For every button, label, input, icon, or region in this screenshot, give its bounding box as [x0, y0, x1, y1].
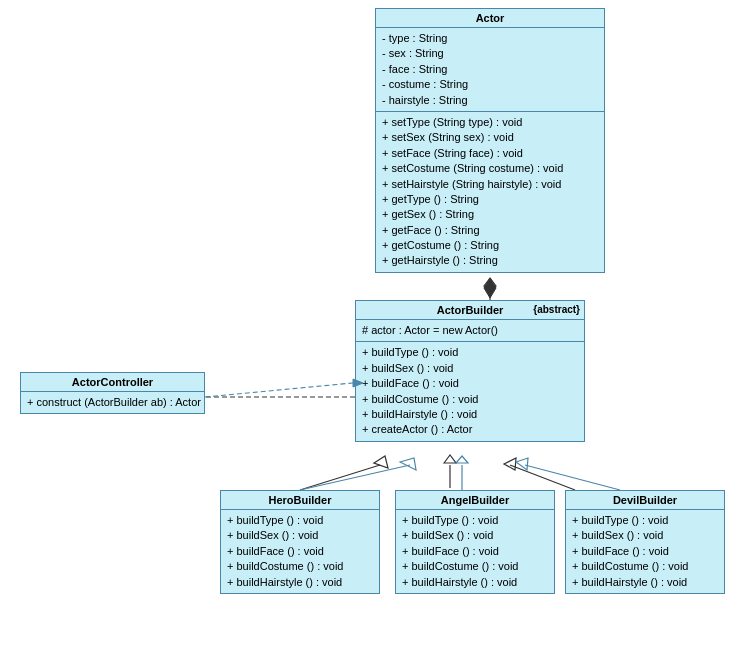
devilbuilder-class: DevilBuilder + buildType () : void + bui…: [565, 490, 725, 594]
actorbuilder-method-6: + createActor () : Actor: [362, 422, 578, 437]
devilbuilder-class-name: DevilBuilder: [613, 494, 677, 506]
actor-attributes: - type : String - sex : String - face : …: [376, 28, 604, 112]
devilbuilder-method-1: + buildType () : void: [572, 513, 718, 528]
angelbuilder-method-3: + buildFace () : void: [402, 544, 548, 559]
actorcontroller-class-header: ActorController: [21, 373, 204, 392]
actorbuilder-class-name: ActorBuilder: [437, 304, 504, 316]
herobuilder-method-3: + buildFace () : void: [227, 544, 373, 559]
actor-class: Actor - type : String - sex : String - f…: [375, 8, 605, 273]
actorcontroller-class: ActorController + construct (ActorBuilde…: [20, 372, 205, 414]
svg-marker-11: [484, 278, 496, 298]
actorbuilder-attr-1: # actor : Actor = new Actor(): [362, 323, 578, 338]
devilbuilder-class-header: DevilBuilder: [566, 491, 724, 510]
herobuilder-method-2: + buildSex () : void: [227, 528, 373, 543]
svg-line-18: [525, 465, 620, 490]
actorbuilder-attributes: # actor : Actor = new Actor(): [356, 320, 584, 342]
herobuilder-class: HeroBuilder + buildType () : void + buil…: [220, 490, 380, 594]
svg-marker-1: [484, 278, 496, 294]
actorbuilder-method-5: + buildHairstyle () : void: [362, 407, 578, 422]
herobuilder-class-name: HeroBuilder: [269, 494, 332, 506]
actor-method-5: + setHairstyle (String hairstyle) : void: [382, 177, 598, 192]
herobuilder-method-1: + buildType () : void: [227, 513, 373, 528]
herobuilder-method-5: + buildHairstyle () : void: [227, 575, 373, 590]
actorbuilder-method-4: + buildCostume () : void: [362, 392, 578, 407]
devilbuilder-method-2: + buildSex () : void: [572, 528, 718, 543]
devilbuilder-method-5: + buildHairstyle () : void: [572, 575, 718, 590]
actor-method-7: + getSex () : String: [382, 207, 598, 222]
actor-class-name: Actor: [476, 12, 505, 24]
actor-attr-5: - hairstyle : String: [382, 93, 598, 108]
svg-line-8: [510, 465, 575, 490]
svg-marker-19: [516, 458, 528, 470]
actorcontroller-methods: + construct (ActorBuilder ab) : Actor: [21, 392, 204, 413]
angelbuilder-class: AngelBuilder + buildType () : void + bui…: [395, 490, 555, 594]
actorbuilder-method-2: + buildSex () : void: [362, 361, 578, 376]
svg-marker-7: [444, 455, 456, 463]
angelbuilder-class-name: AngelBuilder: [441, 494, 509, 506]
devilbuilder-methods: + buildType () : void + buildSex () : vo…: [566, 510, 724, 593]
svg-line-14: [300, 465, 410, 490]
actorbuilder-abstract-label: {abstract}: [533, 304, 580, 315]
angelbuilder-class-header: AngelBuilder: [396, 491, 554, 510]
actor-method-1: + setType (String type) : void: [382, 115, 598, 130]
svg-marker-5: [374, 456, 388, 468]
actorbuilder-method-1: + buildType () : void: [362, 345, 578, 360]
diagram-container: Actor - type : String - sex : String - f…: [0, 0, 731, 646]
actor-method-6: + getType () : String: [382, 192, 598, 207]
herobuilder-method-4: + buildCostume () : void: [227, 559, 373, 574]
actor-method-2: + setSex (String sex) : void: [382, 130, 598, 145]
actor-attr-2: - sex : String: [382, 46, 598, 61]
actorbuilder-method-3: + buildFace () : void: [362, 376, 578, 391]
svg-line-12: [205, 383, 353, 397]
angelbuilder-method-2: + buildSex () : void: [402, 528, 548, 543]
svg-line-4: [300, 465, 380, 490]
herobuilder-methods: + buildType () : void + buildSex () : vo…: [221, 510, 379, 593]
angelbuilder-method-5: + buildHairstyle () : void: [402, 575, 548, 590]
devilbuilder-method-3: + buildFace () : void: [572, 544, 718, 559]
actor-attr-1: - type : String: [382, 31, 598, 46]
actorbuilder-class: ActorBuilder {abstract} # actor : Actor …: [355, 300, 585, 442]
actorbuilder-class-header: ActorBuilder {abstract}: [356, 301, 584, 320]
angelbuilder-method-4: + buildCostume () : void: [402, 559, 548, 574]
svg-marker-9: [504, 458, 516, 470]
actor-class-header: Actor: [376, 9, 604, 28]
actor-methods: + setType (String type) : void + setSex …: [376, 112, 604, 272]
angelbuilder-methods: + buildType () : void + buildSex () : vo…: [396, 510, 554, 593]
actor-method-8: + getFace () : String: [382, 223, 598, 238]
actorcontroller-method-1: + construct (ActorBuilder ab) : Actor: [27, 395, 198, 410]
herobuilder-class-header: HeroBuilder: [221, 491, 379, 510]
actor-method-4: + setCostume (String costume) : void: [382, 161, 598, 176]
actorcontroller-class-name: ActorController: [72, 376, 153, 388]
actor-method-3: + setFace (String face) : void: [382, 146, 598, 161]
actor-method-9: + getCostume () : String: [382, 238, 598, 253]
actor-attr-4: - costume : String: [382, 77, 598, 92]
devilbuilder-method-4: + buildCostume () : void: [572, 559, 718, 574]
actor-method-10: + getHairstyle () : String: [382, 253, 598, 268]
svg-marker-17: [456, 456, 468, 463]
actorbuilder-methods: + buildType () : void + buildSex () : vo…: [356, 342, 584, 440]
svg-marker-15: [400, 458, 416, 470]
actor-attr-3: - face : String: [382, 62, 598, 77]
angelbuilder-method-1: + buildType () : void: [402, 513, 548, 528]
